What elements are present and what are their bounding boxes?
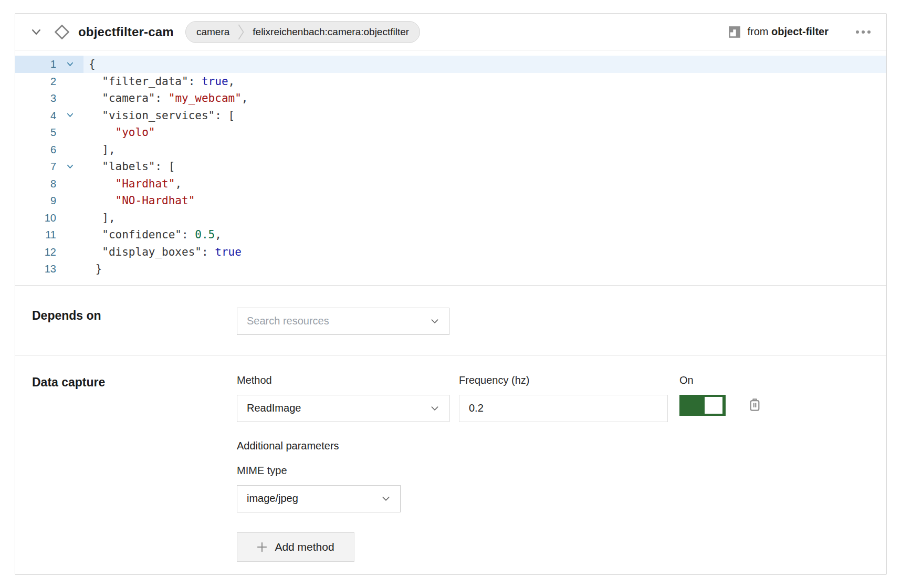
mime-type-label: MIME type xyxy=(237,465,869,477)
chevron-down-icon xyxy=(430,317,439,326)
line-number: 8 xyxy=(15,175,56,193)
data-capture-heading: Data capture xyxy=(32,374,237,562)
code-text[interactable]: } xyxy=(83,260,886,278)
capture-on-toggle[interactable] xyxy=(679,395,726,416)
plus-icon xyxy=(257,542,267,552)
code-text[interactable]: ], xyxy=(83,209,886,227)
line-number: 7 xyxy=(15,158,56,175)
fold-spacer xyxy=(56,226,83,244)
line-number: 5 xyxy=(15,124,56,141)
search-resources-placeholder: Search resources xyxy=(247,315,430,327)
code-line[interactable]: 1{ xyxy=(15,56,886,73)
toggle-knob xyxy=(705,397,722,414)
fold-chevron-icon[interactable] xyxy=(56,56,83,73)
line-number: 12 xyxy=(15,244,56,261)
module-steps-icon xyxy=(728,25,741,39)
fold-spacer xyxy=(56,124,83,141)
fold-spacer xyxy=(56,73,83,90)
delete-method-trash-icon[interactable] xyxy=(748,397,762,413)
code-line[interactable]: 8 "Hardhat", xyxy=(15,175,886,193)
code-line[interactable]: 5 "yolo" xyxy=(15,124,886,141)
data-capture-section: Data capture Method ReadImage Frequency … xyxy=(15,355,886,582)
add-method-button[interactable]: Add method xyxy=(237,532,354,562)
frequency-label: Frequency (hz) xyxy=(459,374,668,386)
code-editor[interactable]: 1{2 "filter_data": true,3 "camera": "my_… xyxy=(15,50,886,285)
resource-card-header: objectfilter-cam camera felixreichenbach… xyxy=(15,14,886,50)
badge-separator-icon xyxy=(238,22,244,42)
code-line[interactable]: 4 "vision_services": [ xyxy=(15,107,886,124)
code-text[interactable]: "filter_data": true, xyxy=(83,73,886,90)
frequency-input-wrap xyxy=(459,395,668,422)
fold-spacer xyxy=(56,260,83,278)
code-text[interactable]: "camera": "my_webcam", xyxy=(83,90,886,107)
code-text[interactable]: "NO-Hardhat" xyxy=(83,192,886,209)
code-text[interactable]: "yolo" xyxy=(83,124,886,141)
frequency-input[interactable] xyxy=(469,402,658,414)
code-text[interactable]: "display_boxes": true xyxy=(83,244,886,261)
code-line[interactable]: 3 "camera": "my_webcam", xyxy=(15,90,886,107)
resource-card: objectfilter-cam camera felixreichenbach… xyxy=(15,13,887,575)
code-line[interactable]: 2 "filter_data": true, xyxy=(15,73,886,90)
chevron-down-icon xyxy=(430,404,439,413)
fold-spacer xyxy=(56,209,83,227)
code-text[interactable]: "Hardhat", xyxy=(83,175,886,193)
code-line[interactable]: 10 ], xyxy=(15,209,886,227)
fold-chevron-icon[interactable] xyxy=(56,107,83,124)
code-line[interactable]: 11 "confidence": 0.5, xyxy=(15,226,886,244)
depends-on-section: Depends on Search resources xyxy=(15,286,886,355)
resource-model-badge: felixreichenbach:camera:objectfilter xyxy=(253,26,409,38)
line-number: 6 xyxy=(15,141,56,159)
add-method-label: Add method xyxy=(275,541,334,553)
line-number: 3 xyxy=(15,90,56,107)
code-line[interactable]: 7 "labels": [ xyxy=(15,158,886,175)
code-line[interactable]: 9 "NO-Hardhat" xyxy=(15,192,886,209)
method-select[interactable]: ReadImage xyxy=(237,395,449,422)
mime-type-select[interactable]: image/jpeg xyxy=(237,485,401,512)
method-label: Method xyxy=(237,374,449,386)
code-text[interactable]: ], xyxy=(83,141,886,159)
depends-on-heading: Depends on xyxy=(32,308,237,335)
line-number: 9 xyxy=(15,192,56,209)
line-number: 1 xyxy=(15,56,56,73)
line-number: 10 xyxy=(15,209,56,227)
camera-resource-diamond-icon xyxy=(53,23,71,41)
from-module-text: from object-filter xyxy=(748,26,829,38)
fold-spacer xyxy=(56,90,83,107)
module-name: object-filter xyxy=(771,26,829,37)
code-line[interactable]: 6 ], xyxy=(15,141,886,159)
resource-type-badge: camera xyxy=(196,26,229,38)
on-label: On xyxy=(679,374,762,386)
code-text[interactable]: { xyxy=(83,56,886,73)
code-text[interactable]: "vision_services": [ xyxy=(83,107,886,124)
ellipsis-menu-icon[interactable] xyxy=(856,30,871,34)
line-number: 13 xyxy=(15,260,56,278)
fold-spacer xyxy=(56,192,83,209)
method-value: ReadImage xyxy=(247,402,430,414)
fold-chevron-icon[interactable] xyxy=(56,158,83,175)
search-resources-select[interactable]: Search resources xyxy=(237,308,449,335)
fold-spacer xyxy=(56,141,83,159)
code-line[interactable]: 13 } xyxy=(15,260,886,278)
fold-spacer xyxy=(56,244,83,261)
code-text[interactable]: "labels": [ xyxy=(83,158,886,175)
chevron-down-icon xyxy=(381,494,391,503)
additional-parameters-label: Additional parameters xyxy=(237,440,869,452)
code-text[interactable]: "confidence": 0.5, xyxy=(83,226,886,244)
line-number: 11 xyxy=(15,226,56,244)
line-number: 4 xyxy=(15,107,56,124)
code-line[interactable]: 12 "display_boxes": true xyxy=(15,244,886,261)
mime-type-value: image/jpeg xyxy=(247,492,381,505)
resource-type-model-badge: camera felixreichenbach:camera:objectfil… xyxy=(185,21,420,43)
fold-spacer xyxy=(56,175,83,193)
resource-name: objectfilter-cam xyxy=(78,25,174,39)
collapse-chevron-icon[interactable] xyxy=(30,26,43,38)
line-number: 2 xyxy=(15,73,56,90)
